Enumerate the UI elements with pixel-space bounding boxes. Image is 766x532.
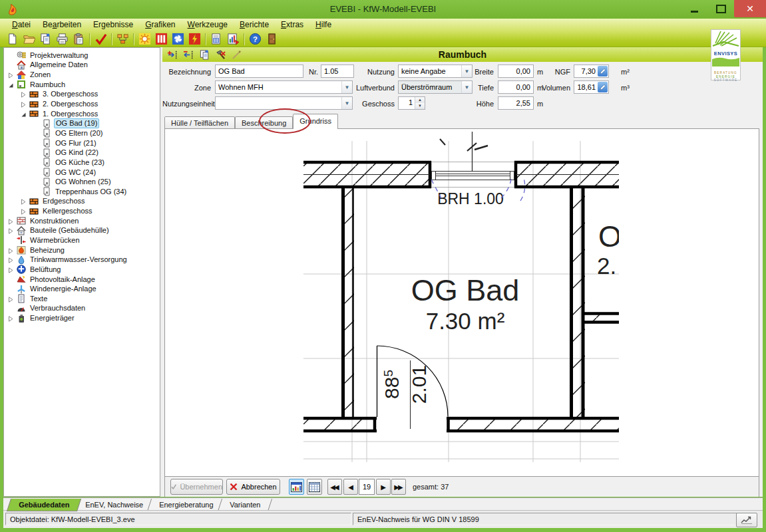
add-record-button[interactable] [165, 48, 180, 61]
expand-icon[interactable] [8, 296, 14, 302]
print-button[interactable] [54, 32, 71, 47]
first-record-button[interactable]: ◀◀ [327, 479, 342, 495]
paste-button[interactable] [71, 32, 87, 47]
menu-hilfe[interactable]: Hilfe [310, 19, 337, 31]
exit-door-button[interactable] [264, 32, 280, 47]
tree-item-wärmebrücken[interactable]: Wärmebrücken [4, 235, 160, 245]
breite-field[interactable] [498, 65, 534, 78]
tree-item-og-flur-21[interactable]: OG Flur (21) [4, 138, 160, 148]
floor-plan: BRH 1.00 [303, 132, 619, 464]
expand-icon[interactable] [21, 208, 27, 214]
close-button[interactable]: ✕ [734, 0, 766, 17]
previous-record-button[interactable]: ◀ [343, 479, 358, 495]
tree-item-allgemeine-daten[interactable]: Allgemeine Daten [4, 61, 160, 70]
collapse-icon[interactable] [21, 111, 27, 117]
spin-down-icon[interactable]: ▼ [415, 103, 425, 109]
minimize-button[interactable] [681, 0, 707, 17]
collapse-icon[interactable] [8, 82, 14, 88]
table-view-toggle[interactable] [307, 479, 322, 495]
expand-icon[interactable] [8, 315, 14, 321]
bezeichnung-field[interactable] [215, 65, 303, 78]
wizard-button[interactable] [229, 48, 244, 61]
tree-item-trinkwarmwasser-versorgung[interactable]: Trinkwarmwasser-Versorgung [4, 255, 160, 265]
copy-record-button[interactable] [197, 48, 212, 61]
edit-pencil-icon[interactable] [598, 66, 608, 76]
menu-ergebnisse[interactable]: Ergebnisse [88, 19, 138, 31]
tree-item-windenergie-anlage[interactable]: Windenergie-Anlage [4, 284, 160, 294]
next-record-button[interactable]: ▶ [376, 479, 391, 495]
tree-item-3-obergeschoss[interactable]: 3. Obergeschoss [4, 90, 160, 100]
menu-bearbeiten[interactable]: Bearbeiten [37, 19, 87, 31]
ngf-field[interactable]: 7,30 [574, 65, 609, 78]
menu-datei[interactable]: Datei [7, 19, 36, 31]
new-document-button[interactable] [4, 32, 21, 47]
open-project-button[interactable] [21, 32, 37, 47]
form-view-toggle[interactable] [289, 479, 304, 495]
tree-item-beheizung[interactable]: Beheizung [4, 245, 160, 255]
tree-item-bauteile-gebäudehülle[interactable]: Bauteile (Gebäudehülle) [4, 226, 160, 236]
tree-item-og-kind-22[interactable]: OG Kind (22) [4, 148, 160, 158]
ventilation-system-button[interactable] [170, 32, 186, 47]
menu-werkzeuge[interactable]: Werkzeuge [182, 19, 233, 31]
hoehe-field[interactable] [498, 96, 534, 110]
tree-item-verbrauchsdaten[interactable]: Verbrauchsdaten [4, 304, 160, 314]
electricity-button[interactable] [186, 32, 203, 47]
delete-tool-button[interactable] [213, 48, 228, 61]
heating-system-button[interactable] [153, 32, 170, 47]
tree-item-energieträger[interactable]: Energieträger [4, 313, 160, 323]
tree-item-texte[interactable]: Texte [4, 294, 160, 304]
tree-item-kellergeschoss[interactable]: Kellergeschoss [4, 206, 160, 216]
tree-item-og-bad-19[interactable]: OG Bad (19) [4, 118, 160, 128]
tree-item-zonen[interactable]: Zonen [4, 70, 160, 80]
tree-item-1-obergeschoss[interactable]: 1. Obergeschoss [4, 109, 160, 119]
cancel-button[interactable]: Abbrechen [226, 479, 280, 495]
tree-item-projektverwaltung[interactable]: Projektverwaltung [4, 51, 160, 61]
menu-extras[interactable]: Extras [276, 19, 309, 31]
last-record-button[interactable]: ▶▶ [391, 479, 406, 495]
copy-button[interactable] [37, 32, 54, 47]
record-number-field[interactable] [359, 479, 375, 495]
tree-item-og-küche-23[interactable]: OG Küche (23) [4, 158, 160, 168]
expand-icon[interactable] [21, 101, 27, 107]
report-button[interactable] [208, 32, 225, 47]
add-record-icon [167, 49, 178, 61]
tab-hülle-teilflächen[interactable]: Hülle / Teilflächen [164, 116, 235, 129]
calculation-flow-button[interactable] [114, 32, 131, 47]
spin-up-icon[interactable]: ▲ [415, 97, 425, 103]
tree-item-raumbuch[interactable]: Raumbuch [4, 80, 160, 90]
tree-item-photovoltaik-anlage[interactable]: Photovoltaik-Anlage [4, 275, 160, 285]
tree-item-og-eltern-20[interactable]: OG Eltern (20) [4, 128, 160, 138]
tree-item-erdgeschoss[interactable]: Erdgeschoss [4, 197, 160, 207]
tree-item-treppenhaus-og-34[interactable]: Treppenhaus OG (34) [4, 187, 160, 197]
apply-button[interactable]: Übernehmen [170, 479, 223, 495]
help-button[interactable]: ? [247, 32, 264, 47]
expand-icon[interactable] [8, 257, 14, 263]
tab-grundriss[interactable]: Grundriss [293, 114, 338, 129]
tree-item-konstruktionen[interactable]: Konstruktionen [4, 216, 160, 226]
expand-icon[interactable] [8, 267, 14, 273]
geschoss-stepper[interactable]: 1 ▲▼ [398, 96, 425, 110]
expand-icon[interactable] [8, 247, 14, 253]
tree-item-belüftung[interactable]: Belüftung [4, 265, 160, 275]
menu-grafiken[interactable]: Grafiken [140, 19, 180, 31]
expand-icon[interactable] [21, 91, 27, 97]
expand-icon[interactable] [8, 72, 14, 78]
volumen-field[interactable]: 18,61 [574, 80, 609, 94]
delete-record-button[interactable] [181, 48, 196, 61]
status-chart-button[interactable] [736, 513, 757, 527]
expand-icon[interactable] [21, 198, 27, 204]
solar-button[interactable] [136, 32, 153, 47]
expand-icon[interactable] [8, 227, 14, 233]
menu-berichte[interactable]: Berichte [234, 19, 274, 31]
tree-item-og-wohnen-25[interactable]: OG Wohnen (25) [4, 177, 160, 187]
expand-icon[interactable] [8, 218, 14, 224]
tab-beschreibung[interactable]: Beschreibung [235, 116, 293, 129]
tree-item-2-obergeschoss[interactable]: 2. Obergeschoss [4, 99, 160, 109]
edit-pencil-icon[interactable] [598, 82, 608, 92]
tree-item-label: Texte [29, 295, 49, 303]
chart-export-button[interactable] [225, 32, 242, 47]
maximize-button[interactable] [707, 0, 734, 17]
tree-item-og-wc-24[interactable]: OG WC (24) [4, 168, 160, 178]
workspace-tab-gebäudedaten[interactable]: Gebäudedaten [7, 499, 82, 511]
validate-check-button[interactable] [93, 32, 109, 47]
